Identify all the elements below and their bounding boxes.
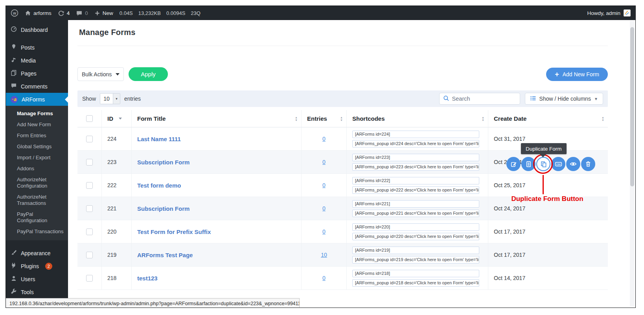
form-title-link[interactable]: ARForms Test Page: [137, 252, 193, 258]
form-title-link[interactable]: Test Form for Prefix Suffix: [137, 228, 211, 235]
submenu-item-paypal-transactions[interactable]: PayPal Transactions: [6, 226, 68, 237]
sidebar-item-pages[interactable]: Pages: [6, 67, 68, 80]
shortcode-popup-field[interactable]: [ARForms_popup id=222 desc='Click here t…: [352, 186, 479, 194]
entries-link[interactable]: 0: [322, 205, 326, 212]
sidebar-item-dashboard[interactable]: Dashboard: [6, 23, 68, 36]
search-box[interactable]: [439, 93, 520, 105]
perf-stat-memory: 13,232KB: [138, 10, 161, 16]
add-new-form-label: Add New Form: [563, 71, 599, 77]
shortcode-popup-field[interactable]: [ARForms_popup id=220 desc='Click here t…: [352, 233, 479, 240]
chevron-down-icon: [116, 73, 120, 76]
row-checkbox[interactable]: [86, 182, 93, 189]
entries-link[interactable]: 0: [322, 159, 326, 165]
select-all-checkbox[interactable]: [86, 115, 93, 122]
header-id[interactable]: ID: [102, 110, 132, 127]
submenu-item-paypal-configuration[interactable]: PayPal Configuration: [6, 209, 68, 226]
howdy-account-link[interactable]: Howdy, admin: [587, 10, 620, 16]
shortcode-inline-field[interactable]: [ARForms id=224]: [352, 131, 479, 138]
shortcode-popup-field[interactable]: [ARForms_popup id=221 desc='Click here t…: [352, 210, 479, 217]
form-title-link[interactable]: test123: [137, 275, 158, 282]
shortcode-popup-field[interactable]: [ARForms_popup id=219 desc='Click here t…: [352, 256, 479, 263]
shortcode-inline-field[interactable]: [ARForms id=222]: [352, 177, 479, 184]
entries-link[interactable]: 0: [322, 182, 326, 188]
header-shortcodes[interactable]: Shortcodes ▲▼: [347, 110, 488, 127]
row-checkbox[interactable]: [86, 205, 93, 212]
site-link[interactable]: arforms: [25, 10, 52, 16]
sort-icon: ▲▼: [482, 116, 484, 121]
shortcode-inline-field[interactable]: [ARForms id=218]: [352, 270, 479, 277]
entries-link[interactable]: 0: [322, 228, 326, 235]
bulk-actions-select[interactable]: Bulk Actions: [77, 67, 124, 81]
table-row: 219 ARForms Test Page 10 [ARForms id=219…: [77, 243, 608, 267]
submenu-item-global-settings[interactable]: Global Settings: [6, 141, 68, 152]
shortcode-inline-field[interactable]: [ARForms id=223]: [352, 154, 479, 161]
form-title-link[interactable]: Subscription Form: [137, 205, 190, 212]
submenu-item-authorizenet-configuration[interactable]: AuthorizeNet Configuration: [6, 174, 57, 192]
form-title-link[interactable]: Test form demo: [137, 182, 181, 189]
shortcode-inline-field[interactable]: [ARForms id=221]: [352, 200, 479, 208]
sidebar-item-appearance[interactable]: Appearance: [6, 247, 68, 260]
table-row: 218 test123 0 [ARForms id=218] [ARForms_…: [77, 267, 608, 290]
comment-bubble-icon: [76, 10, 83, 17]
search-input[interactable]: [452, 96, 507, 102]
sidebar-item-posts[interactable]: Posts: [6, 41, 68, 54]
sidebar-item-media[interactable]: Media: [6, 54, 68, 67]
delete-form-button[interactable]: [581, 157, 595, 171]
form-id: 219: [102, 243, 132, 266]
update-count: 4: [67, 10, 70, 16]
submenu-item-authorizenet-transactions[interactable]: AuthorizeNet Transactions: [6, 192, 57, 209]
sidebar-item-users[interactable]: Users: [6, 273, 68, 286]
sidebar-label: Pages: [21, 70, 37, 77]
page-size-select[interactable]: 10 ▾: [100, 93, 120, 104]
shortcode-popup-field[interactable]: [ARForms_popup id=218 desc='Click here t…: [352, 279, 479, 287]
entries-link[interactable]: 0: [322, 136, 326, 142]
submenu-item-form-entries[interactable]: Form Entries: [6, 130, 68, 141]
new-content-menu[interactable]: New: [94, 10, 113, 16]
submenu-item-addons[interactable]: Addons: [6, 163, 68, 174]
header-entries[interactable]: Entries ▲▼: [302, 110, 347, 127]
sidebar-item-comments[interactable]: Comments: [6, 80, 68, 93]
updates-icon: [58, 10, 64, 17]
header-form-title[interactable]: Form Title ▲▼: [132, 110, 302, 127]
preview-form-button[interactable]: [566, 157, 580, 171]
comments-menu[interactable]: 0: [76, 10, 88, 17]
add-new-form-button[interactable]: + Add New Form: [546, 68, 608, 81]
entries-label: entries: [124, 96, 141, 102]
show-hide-columns-button[interactable]: Show / Hide columns ▼: [525, 93, 603, 105]
apply-button[interactable]: Apply: [129, 67, 168, 81]
sidebar-label: Plugins: [21, 263, 39, 269]
row-checkbox[interactable]: [86, 252, 93, 258]
scrollbar-thumb[interactable]: [630, 27, 634, 186]
entries-link[interactable]: 0: [322, 275, 326, 281]
form-entries-button[interactable]: [521, 157, 535, 171]
sidebar-item-tools[interactable]: Tools: [6, 286, 68, 298]
row-checkbox[interactable]: [86, 228, 93, 235]
submenu-item-import-export[interactable]: Import / Export: [6, 152, 68, 163]
plus-icon: +: [555, 71, 559, 78]
form-title-link[interactable]: Last Name 1111: [137, 136, 181, 142]
wordpress-logo-menu[interactable]: W: [11, 9, 18, 17]
csv-export-button[interactable]: CSV: [551, 157, 565, 171]
vertical-scrollbar: [630, 21, 635, 306]
row-checkbox[interactable]: [86, 275, 93, 282]
entries-link[interactable]: 10: [321, 252, 327, 258]
submenu-item-manage-forms[interactable]: Manage Forms: [6, 108, 68, 119]
row-checkbox[interactable]: [86, 136, 93, 142]
page-title: Manage Forms: [79, 28, 606, 37]
shortcode-inline-field[interactable]: [ARForms id=220]: [352, 223, 479, 231]
sidebar-item-arforms[interactable]: ≡a ARForms: [6, 93, 68, 106]
submenu-item-add-new-form[interactable]: Add New Form: [6, 119, 68, 130]
shortcode-popup-field[interactable]: [ARForms_popup id=223 desc='Click here t…: [352, 163, 479, 171]
updates-menu[interactable]: 4: [58, 10, 70, 17]
sidebar-item-plugins[interactable]: Plugins 2: [6, 260, 68, 273]
shortcode-popup-field[interactable]: [ARForms_popup id=224 desc='Click here t…: [352, 140, 479, 147]
header-create-date[interactable]: Create Date ▲▼: [488, 110, 608, 127]
create-date: Oct 25, 2017: [488, 174, 608, 197]
row-checkbox[interactable]: [86, 159, 93, 166]
edit-form-button[interactable]: [506, 157, 521, 171]
home-icon: [25, 10, 31, 16]
duplicate-form-button[interactable]: [536, 157, 550, 171]
form-title-link[interactable]: Subscription Form: [137, 159, 190, 166]
plugin-icon: [11, 262, 17, 270]
shortcode-inline-field[interactable]: [ARForms id=219]: [352, 247, 479, 254]
